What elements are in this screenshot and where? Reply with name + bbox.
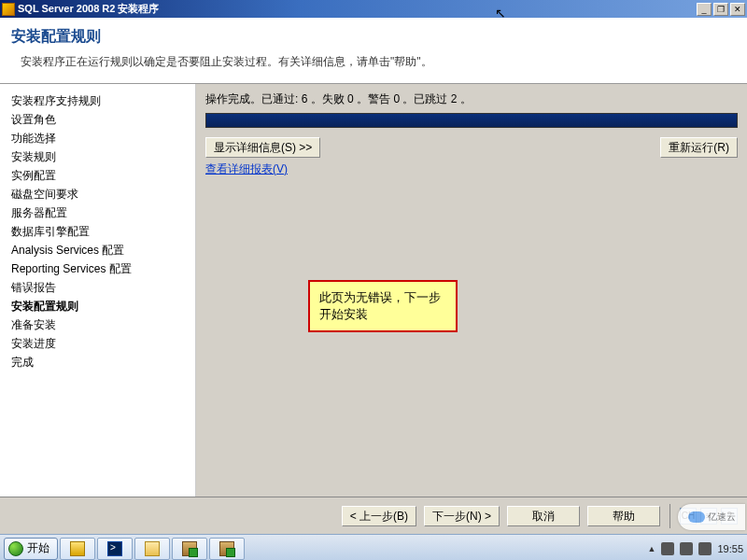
cancel-button[interactable]: 取消 [507, 506, 580, 526]
sidebar-item-instance-config[interactable]: 实例配置 [11, 166, 191, 185]
content-pane: 操作完成。已通过: 6 。失败 0 。警告 0 。已跳过 2 。 显示详细信息(… [196, 84, 747, 497]
status-passed: 6 [302, 92, 308, 105]
page-title: 安装配置规则 [11, 27, 736, 47]
sidebar-item-install-progress[interactable]: 安装进度 [11, 334, 191, 353]
page-subtitle: 安装程序正在运行规则以确定是否要阻止安装过程。有关详细信息，请单击"帮助"。 [11, 54, 736, 70]
sidebar-item-install-config-rules[interactable]: 安装配置规则 [11, 297, 191, 315]
app-icon [2, 3, 15, 16]
tray-icon-1[interactable] [661, 542, 674, 555]
back-button[interactable]: < 上一步(B) [342, 506, 416, 526]
status-prefix: 操作完成。已通过: [205, 92, 298, 105]
sidebar-item-error-report[interactable]: 错误报告 [11, 278, 191, 297]
next-button[interactable]: 下一步(N) > [424, 506, 500, 526]
folder-icon [145, 541, 160, 556]
clock[interactable]: 19:55 [717, 543, 743, 554]
minimize-button[interactable]: _ [697, 3, 712, 16]
rerun-button[interactable]: 重新运行(R) [660, 137, 738, 158]
task-explorer[interactable] [134, 538, 170, 560]
watermark: 亿速云 [678, 504, 745, 530]
package-icon [182, 541, 197, 556]
windows-logo-icon [8, 541, 23, 556]
sidebar-item-server-config[interactable]: 服务器配置 [11, 203, 191, 222]
show-details-button[interactable]: 显示详细信息(S) >> [205, 137, 320, 158]
footer-separator [669, 504, 670, 528]
sidebar-item-analysis-config[interactable]: Analysis Services 配置 [11, 241, 191, 259]
help-button[interactable]: 帮助 [587, 506, 660, 526]
tray-icon-3[interactable] [698, 542, 712, 555]
window-controls: _ ❐ ✕ [697, 3, 745, 16]
server-manager-icon [70, 541, 85, 556]
watermark-text: 亿速云 [708, 511, 736, 524]
status-warning: 0 [393, 92, 400, 105]
status-failed: 0 [347, 92, 354, 105]
view-report-link[interactable]: 查看详细报表(V) [205, 161, 288, 177]
sidebar-item-feature-selection[interactable]: 功能选择 [11, 129, 191, 147]
window-title: SQL Server 2008 R2 安装程序 [18, 2, 697, 16]
sidebar-item-setup-role[interactable]: 设置角色 [11, 110, 191, 129]
tray-icon-2[interactable] [680, 542, 693, 555]
progress-bar [205, 113, 738, 128]
powershell-icon [107, 541, 122, 556]
status-mid2: 。警告 [357, 92, 390, 105]
status-line: 操作完成。已通过: 6 。失败 0 。警告 0 。已跳过 2 。 [205, 91, 738, 107]
status-suffix: 。 [460, 92, 472, 105]
page-header: 安装配置规则 安装程序正在运行规则以确定是否要阻止安装过程。有关详细信息，请单击… [0, 18, 747, 84]
sidebar-item-install-rules[interactable]: 安装规则 [11, 147, 191, 166]
task-package-2[interactable] [209, 538, 245, 560]
tray-expand-icon[interactable]: ▲ [648, 544, 656, 553]
wizard-sidebar: 安装程序支持规则 设置角色 功能选择 安装规则 实例配置 磁盘空间要求 服务器配… [0, 84, 196, 497]
sidebar-item-disk-space[interactable]: 磁盘空间要求 [11, 185, 191, 203]
sidebar-item-support-rules[interactable]: 安装程序支持规则 [11, 91, 191, 110]
cloud-icon [688, 511, 705, 523]
status-mid3: 。已跳过 [402, 92, 447, 105]
annotation-note: 此页为无错误，下一步开始安装 [308, 280, 458, 332]
taskbar: 开始 ▲ 19:55 [0, 534, 747, 560]
status-mid1: 。失败 [311, 92, 345, 105]
task-server-manager[interactable] [60, 538, 95, 560]
action-row: 显示详细信息(S) >> 查看详细报表(V) 重新运行(R) [205, 137, 738, 177]
footer-buttons: < 上一步(B) 下一步(N) > 取消 帮助 CH ≡ ? [0, 497, 747, 534]
system-tray: ▲ 19:55 [648, 542, 743, 555]
task-package-1[interactable] [172, 538, 207, 560]
status-skipped: 2 [451, 92, 458, 105]
sidebar-item-complete[interactable]: 完成 [11, 353, 191, 371]
maximize-button[interactable]: ❐ [713, 3, 728, 16]
close-button[interactable]: ✕ [730, 3, 745, 16]
sidebar-item-db-engine-config[interactable]: 数据库引擎配置 [11, 222, 191, 241]
window-titlebar: SQL Server 2008 R2 安装程序 _ ❐ ✕ [0, 0, 747, 18]
start-label: 开始 [27, 540, 49, 556]
start-button[interactable]: 开始 [4, 538, 58, 560]
package-icon [219, 541, 234, 556]
task-powershell[interactable] [97, 538, 133, 560]
sidebar-item-reporting-config[interactable]: Reporting Services 配置 [11, 259, 191, 278]
sidebar-item-ready-install[interactable]: 准备安装 [11, 315, 191, 334]
